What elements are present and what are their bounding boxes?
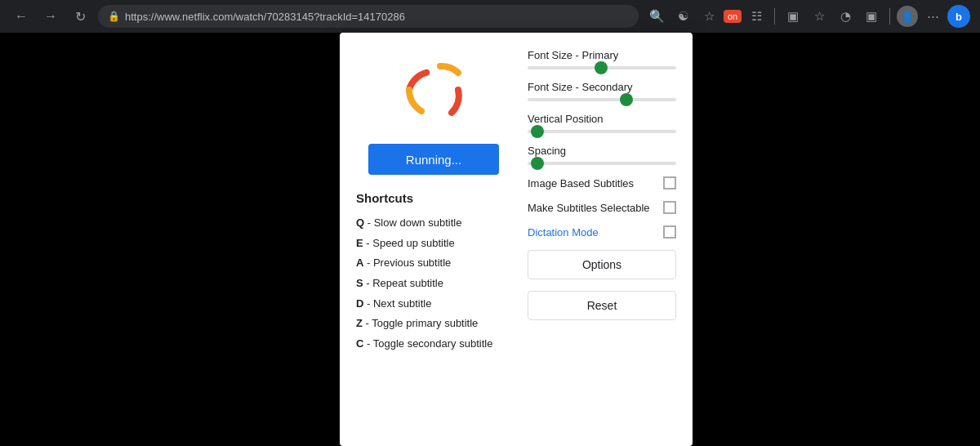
font-size-primary-track[interactable] (528, 66, 676, 69)
shortcut-z-desc: Toggle primary subtitle (372, 317, 478, 329)
shortcut-a-key: A (356, 256, 363, 269)
spacing-slider-group: Spacing (528, 145, 676, 165)
make-selectable-group: Make Subtitles Selectable (528, 201, 676, 214)
shortcut-q-desc: Slow down subtitle (374, 216, 462, 229)
extensions-icon[interactable]: ☷ (745, 5, 768, 28)
vertical-position-slider-group: Vertical Position (528, 113, 676, 133)
shortcuts-title: Shortcuts (356, 191, 511, 205)
shortcut-d: D - Next subtitle (356, 294, 511, 314)
image-based-subtitles-label: Image Based Subtitles (528, 177, 634, 190)
url-text: https://www.netflix.com/watch/70283145?t… (125, 11, 405, 23)
bookmark-icon[interactable]: ☆ (697, 5, 720, 28)
shortcut-e-desc: Speed up subtitle (372, 237, 454, 249)
reset-button[interactable]: Reset (528, 291, 676, 320)
image-based-subtitles-checkbox[interactable] (663, 176, 676, 190)
dictation-mode-checkbox[interactable] (663, 225, 676, 239)
more-button[interactable]: ⋯ (921, 5, 944, 28)
spinner-logo (393, 49, 474, 131)
divider2 (889, 8, 890, 25)
shortcut-e-key: E (356, 237, 363, 249)
font-size-primary-slider-group: Font Size - Primary (528, 49, 676, 69)
vertical-position-thumb[interactable] (531, 125, 544, 138)
running-button[interactable]: Running... (368, 144, 499, 175)
dictation-mode-link[interactable]: Dictation Mode (528, 226, 599, 239)
font-size-secondary-label: Font Size - Secondary (528, 81, 676, 93)
shortcut-c-desc: Toggle secondary subtitle (373, 337, 493, 350)
shortcut-c-key: C (356, 337, 363, 350)
options-button[interactable]: Options (528, 250, 676, 279)
right-column: Font Size - Primary Font Size - Secondar… (528, 49, 676, 430)
toolbar-icons: 🔍 ☯ ☆ on ☷ ▣ ☆ ◔ ▣ 👤 ⋯ b (645, 5, 970, 28)
shortcut-d-key: D (356, 297, 363, 310)
shortcut-d-desc: Next subtitle (373, 297, 432, 310)
make-selectable-checkbox[interactable] (663, 201, 676, 214)
vertical-position-track[interactable] (528, 130, 676, 133)
shortcuts-section: Shortcuts Q - Slow down subtitle E - Spe… (356, 191, 511, 355)
collections-icon[interactable]: ▣ (782, 5, 804, 28)
profile-avatar[interactable]: 👤 (897, 6, 918, 27)
vertical-position-label: Vertical Position (528, 113, 676, 125)
shortcut-a: A - Previous subtitle (356, 253, 511, 274)
shortcut-q: Q - Slow down subtitle (356, 213, 511, 234)
shortcut-a-desc: Previous subtitle (373, 256, 451, 269)
font-size-primary-label: Font Size - Primary (528, 49, 676, 61)
back-button[interactable]: ← (10, 5, 33, 28)
lock-icon: 🔒 (108, 11, 120, 22)
shortcut-z: Z - Toggle primary subtitle (356, 314, 511, 334)
spacing-thumb[interactable] (531, 157, 544, 170)
translate-icon[interactable]: ☯ (671, 5, 694, 28)
font-size-secondary-track[interactable] (528, 98, 676, 101)
shortcut-s-key: S (356, 277, 363, 289)
font-size-secondary-thumb[interactable] (620, 93, 633, 106)
font-size-secondary-slider-group: Font Size - Secondary (528, 81, 676, 101)
divider (774, 8, 775, 25)
devices-icon[interactable]: ▣ (860, 5, 883, 28)
spacing-track[interactable] (528, 162, 676, 165)
forward-button[interactable]: → (39, 5, 62, 28)
spacing-label: Spacing (528, 145, 676, 157)
sync-icon[interactable]: ◔ (834, 5, 857, 28)
make-selectable-label: Make Subtitles Selectable (528, 202, 650, 214)
popup-panel: Running... Shortcuts Q - Slow down subti… (340, 33, 693, 446)
shortcut-q-key: Q (356, 216, 364, 229)
dictation-mode-group: Dictation Mode (528, 225, 676, 239)
address-bar[interactable]: 🔒 https://www.netflix.com/watch/70283145… (98, 5, 639, 28)
font-size-primary-thumb[interactable] (595, 61, 608, 74)
favorites-icon[interactable]: ☆ (808, 5, 831, 28)
shortcut-s-desc: Repeat subtitle (372, 277, 443, 289)
browser-chrome: ← → ↻ 🔒 https://www.netflix.com/watch/70… (0, 0, 980, 33)
bing-extension-button[interactable]: b (947, 5, 970, 28)
reload-button[interactable]: ↻ (69, 5, 91, 28)
shortcut-s: S - Repeat subtitle (356, 274, 511, 294)
left-column: Running... Shortcuts Q - Slow down subti… (356, 49, 511, 430)
ext-on-icon[interactable]: on (724, 10, 742, 23)
shortcut-c: C - Toggle secondary subtitle (356, 334, 511, 355)
shortcut-z-key: Z (356, 317, 363, 329)
image-based-subtitles-group: Image Based Subtitles (528, 176, 676, 190)
search-icon[interactable]: 🔍 (645, 5, 668, 28)
shortcut-e: E - Speed up subtitle (356, 234, 511, 254)
